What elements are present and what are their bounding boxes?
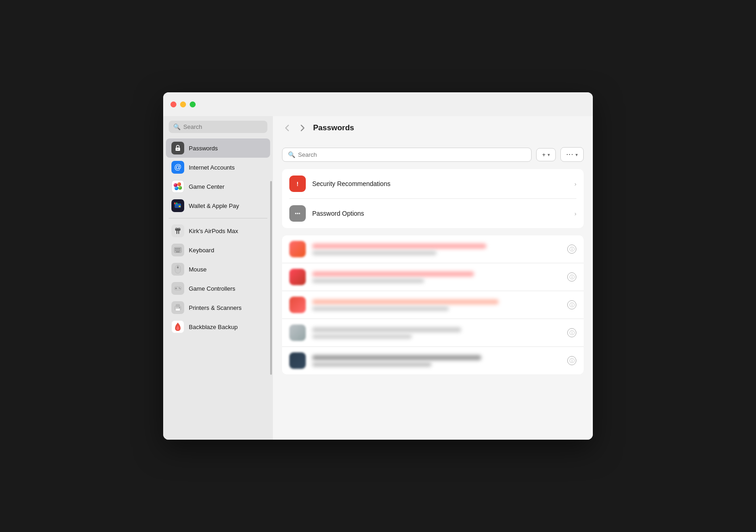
sidebar-item-internet-accounts[interactable]: @ Internet Accounts (166, 158, 270, 177)
sidebar-item-game-controllers[interactable]: Game Controllers (166, 279, 270, 298)
more-button[interactable]: ··· ▾ (560, 147, 584, 162)
game-center-icon (171, 180, 184, 193)
entry-text-1 (312, 244, 561, 255)
entry-avatar-3 (289, 297, 306, 313)
more-chevron-icon: ▾ (575, 152, 578, 157)
page-title: Passwords (313, 123, 354, 133)
maximize-button[interactable] (190, 101, 196, 107)
printers-icon (171, 301, 184, 314)
password-entry[interactable]: ⓘ (282, 235, 584, 263)
entry-name-1 (312, 244, 486, 249)
sidebar-item-game-controllers-label: Game Controllers (189, 285, 235, 292)
sidebar-item-wallet-label: Wallet & Apple Pay (189, 202, 239, 209)
minimize-button[interactable] (180, 101, 186, 107)
sidebar-item-game-center-label: Game Center (189, 183, 224, 190)
svg-point-25 (177, 266, 179, 268)
password-options-row[interactable]: Password Options › (282, 199, 584, 228)
entry-avatar-4 (289, 325, 306, 341)
svg-point-11 (176, 228, 178, 229)
svg-rect-20 (178, 250, 179, 251)
password-entry[interactable]: ⓘ (282, 347, 584, 374)
search-bar-row: 🔍 + ▾ ··· ▾ (282, 147, 584, 162)
sidebar-item-passwords[interactable]: Passwords (166, 138, 270, 158)
traffic-lights (170, 101, 196, 107)
entry-text-3 (312, 299, 561, 311)
sidebar-item-mouse-label: Mouse (189, 266, 207, 273)
sidebar-item-wallet[interactable]: Wallet & Apple Pay (166, 196, 270, 215)
password-entry[interactable]: ⓘ (282, 291, 584, 319)
entry-avatar-1 (289, 241, 306, 257)
add-icon: + (542, 151, 546, 158)
svg-rect-9 (174, 202, 176, 204)
security-recommendations-chevron: › (575, 181, 576, 187)
sidebar-divider-1 (169, 218, 267, 218)
svg-point-5 (175, 186, 178, 190)
mouse-icon (171, 263, 184, 276)
close-button[interactable] (170, 101, 176, 107)
svg-point-12 (178, 228, 181, 229)
password-entries-section: ⓘ ⓘ (282, 235, 584, 374)
entry-info-button-1[interactable]: ⓘ (567, 245, 576, 254)
sidebar-item-backblaze-label: Backblaze Backup (189, 324, 238, 330)
main-header: Passwords (273, 116, 593, 140)
airpods-icon (171, 224, 184, 237)
svg-point-4 (178, 186, 182, 190)
entry-user-2 (312, 279, 424, 283)
svg-rect-10 (176, 202, 177, 204)
entry-info-button-4[interactable]: ⓘ (567, 328, 576, 337)
entry-text-4 (312, 327, 561, 339)
svg-point-30 (180, 288, 181, 289)
sidebar-item-mouse[interactable]: Mouse (166, 260, 270, 279)
sidebar-item-keyboard-label: Keyboard (189, 247, 214, 254)
entry-name-3 (312, 299, 499, 304)
password-options-chevron: › (575, 210, 576, 217)
entry-info-button-2[interactable]: ⓘ (567, 272, 576, 282)
password-options-icon (289, 205, 306, 222)
svg-rect-14 (175, 248, 176, 249)
entry-avatar-5 (289, 352, 306, 369)
keyboard-icon (171, 244, 184, 256)
main-body: 🔍 + ▾ ··· ▾ (273, 140, 593, 440)
entry-user-3 (312, 307, 449, 311)
app-window: 🔍 Passwords @ Internet (163, 92, 593, 440)
sidebar-item-airpods-label: Kirk's AirPods Max (189, 228, 238, 234)
svg-rect-32 (176, 304, 180, 307)
security-recommendations-row[interactable]: ! Security Recommendations › (282, 169, 584, 198)
password-options-label: Password Options (312, 210, 568, 217)
sidebar-search-container[interactable]: 🔍 (169, 121, 267, 133)
svg-rect-21 (179, 250, 180, 251)
entry-info-button-3[interactable]: ⓘ (567, 300, 576, 309)
special-sections: ! Security Recommendations › (282, 169, 584, 228)
entry-avatar-2 (289, 269, 306, 285)
game-controllers-icon (171, 282, 184, 295)
wallet-icon (171, 199, 184, 212)
main-search-input[interactable] (298, 151, 526, 158)
svg-rect-7 (175, 204, 181, 206)
svg-rect-17 (179, 248, 180, 249)
svg-point-2 (174, 183, 177, 187)
sidebar-search-input[interactable] (183, 123, 263, 130)
entry-name-5 (312, 355, 481, 360)
sidebar-item-printers[interactable]: Printers & Scanners (166, 298, 270, 317)
sidebar-item-airpods[interactable]: Kirk's AirPods Max (166, 221, 270, 240)
sidebar-item-internet-accounts-label: Internet Accounts (189, 164, 234, 171)
password-entry[interactable]: ⓘ (282, 319, 584, 346)
main-content: Passwords 🔍 + ▾ ··· ▾ (273, 116, 593, 440)
sidebar-item-backblaze[interactable]: Backblaze Backup (166, 317, 270, 336)
sidebar-item-game-center[interactable]: Game Center (166, 177, 270, 196)
add-button[interactable]: + ▾ (536, 148, 556, 161)
entry-info-button-5[interactable]: ⓘ (567, 356, 576, 365)
entry-text-2 (312, 271, 561, 283)
sidebar-scrollbar[interactable] (270, 181, 272, 375)
forward-button[interactable] (298, 122, 308, 133)
svg-text:!: ! (297, 181, 298, 187)
main-search-container[interactable]: 🔍 (282, 148, 532, 162)
password-entry[interactable]: ⓘ (282, 263, 584, 291)
window-body: 🔍 Passwords @ Internet (163, 116, 593, 440)
backblaze-icon (171, 320, 184, 333)
svg-rect-22 (176, 251, 180, 252)
entry-name-4 (312, 327, 461, 332)
sidebar-item-passwords-label: Passwords (189, 145, 218, 152)
sidebar-item-keyboard[interactable]: Keyboard (166, 240, 270, 260)
back-button[interactable] (282, 122, 292, 133)
